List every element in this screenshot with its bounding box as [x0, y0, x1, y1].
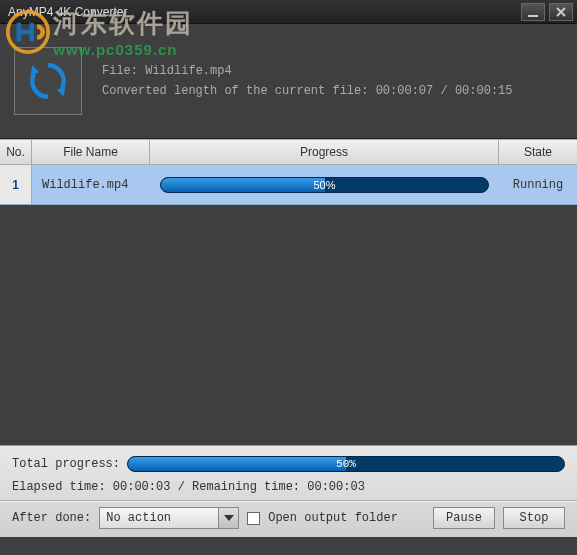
- total-progress-label: Total progress:: [12, 457, 127, 471]
- minimize-button[interactable]: [521, 3, 545, 21]
- close-button[interactable]: [549, 3, 573, 21]
- row-progress-bar: 50%: [160, 177, 489, 193]
- dropdown-arrow-icon: [218, 508, 238, 528]
- window-title: AnyMP4 4K Converter: [8, 5, 517, 19]
- converted-elapsed: 00:00:07: [376, 84, 434, 98]
- svg-marker-5: [31, 65, 40, 76]
- svg-marker-4: [57, 86, 66, 97]
- total-progress-percent: 50%: [128, 457, 564, 471]
- svg-marker-6: [224, 515, 234, 521]
- after-done-value: No action: [106, 511, 171, 525]
- svg-rect-0: [528, 15, 538, 17]
- total-progress-bar: 50%: [127, 456, 565, 472]
- after-done-select[interactable]: No action: [99, 507, 239, 529]
- row-state: Running: [499, 165, 577, 204]
- table-header: No. File Name Progress State: [0, 139, 577, 165]
- title-bar: AnyMP4 4K Converter: [0, 0, 577, 24]
- after-done-label: After done:: [12, 511, 91, 525]
- time-info: Elapsed time: 00:00:03 / Remaining time:…: [12, 480, 565, 494]
- converted-total: 00:00:15: [455, 84, 513, 98]
- row-number: 1: [0, 165, 32, 204]
- row-filename: Wildlife.mp4: [32, 165, 150, 204]
- col-header-state: State: [499, 140, 577, 164]
- divider: [0, 500, 577, 501]
- current-file-name: Wildlife.mp4: [145, 64, 231, 78]
- col-header-filename: File Name: [32, 140, 150, 164]
- pause-button[interactable]: Pause: [433, 507, 495, 529]
- converted-length-label: Converted length of the current file:: [102, 84, 376, 98]
- table-row[interactable]: 1 Wildlife.mp4 50% Running: [0, 165, 577, 205]
- stop-button[interactable]: Stop: [503, 507, 565, 529]
- col-header-no: No.: [0, 140, 32, 164]
- conversion-spinner: [14, 47, 82, 115]
- table-body: 1 Wildlife.mp4 50% Running: [0, 165, 577, 445]
- open-output-folder-label: Open output folder: [268, 511, 398, 525]
- open-output-folder-checkbox[interactable]: [247, 512, 260, 525]
- row-progress-label: 50%: [161, 178, 488, 192]
- file-label: File:: [102, 64, 145, 78]
- file-info-panel: File: Wildlife.mp4 Converted length of t…: [0, 24, 577, 139]
- bottom-panel: Total progress: 50% Elapsed time: 00:00:…: [0, 445, 577, 537]
- col-header-progress: Progress: [150, 140, 499, 164]
